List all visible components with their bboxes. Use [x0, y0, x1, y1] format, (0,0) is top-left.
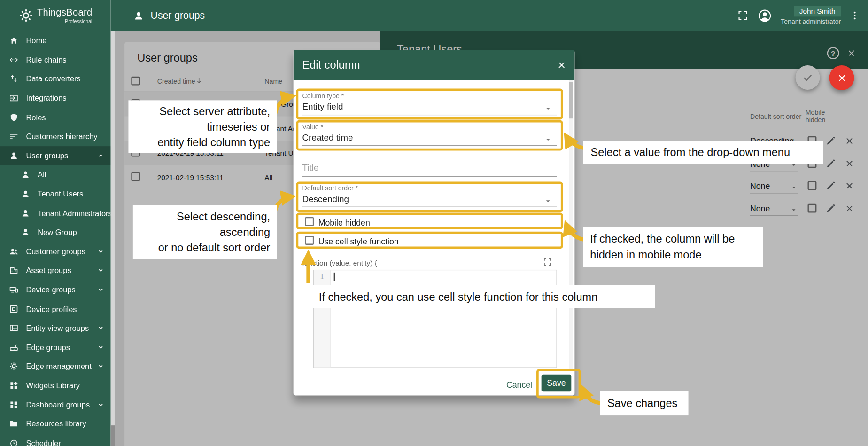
- chevron-down-icon: [96, 285, 106, 295]
- close-icon[interactable]: [556, 60, 566, 70]
- user-role: Tenant administrator: [781, 17, 841, 25]
- save-button[interactable]: Save: [542, 375, 572, 392]
- sidebar: ThingsBoard Professional Home Rule chain…: [0, 0, 111, 446]
- sidebar-scrollbar[interactable]: [111, 31, 115, 446]
- page-title: User groups: [151, 10, 205, 22]
- sidebar-item-rule-chains[interactable]: Rule chains: [0, 50, 111, 70]
- field-underline: [302, 207, 557, 207]
- chevron-down-icon: [96, 342, 106, 352]
- data-converters-icon: [9, 74, 19, 84]
- devices-icon: [9, 285, 19, 295]
- user-menu[interactable]: John Smith Tenant administrator: [781, 6, 841, 25]
- close-icon: [836, 72, 847, 84]
- title-input[interactable]: Title: [302, 163, 318, 172]
- dialog-header: Edit column: [294, 50, 575, 80]
- default-sort-order-label: Default sort order *: [302, 184, 358, 192]
- cell-style-function-editor[interactable]: 1: [313, 270, 557, 368]
- device-profiles-icon: [9, 304, 19, 314]
- sidebar-item-entity-view-groups[interactable]: Entity view groups: [0, 319, 111, 338]
- sidebar-item-edge-management[interactable]: Edge management: [0, 357, 111, 376]
- sidebar-item-device-profiles[interactable]: Device profiles: [0, 299, 111, 319]
- edit-column-dialog: Edit column Column type * Entity field V…: [294, 50, 575, 395]
- sidebar-item-resources-library[interactable]: Resources library: [0, 414, 111, 433]
- integrations-icon: [9, 93, 19, 103]
- chevron-down-icon: [96, 246, 106, 256]
- sidebar-item-dashboard-groups[interactable]: Dashboard groups: [0, 395, 111, 415]
- more-vert-icon[interactable]: [849, 10, 860, 21]
- customers-hierarchy-icon: [9, 132, 19, 141]
- chevron-down-icon: [96, 399, 106, 409]
- dialog-title: Edit column: [302, 59, 360, 71]
- value-select[interactable]: Created time: [302, 133, 353, 143]
- sidebar-nav: Home Rule chains Data converters Integra…: [0, 31, 111, 446]
- sidebar-item-roles[interactable]: Roles: [0, 108, 111, 127]
- sidebar-item-all[interactable]: All: [0, 165, 111, 184]
- user-name: John Smith: [794, 6, 841, 16]
- sidebar-item-integrations[interactable]: Integrations: [0, 88, 111, 108]
- sidebar-scrollbar-thumb[interactable]: [111, 425, 115, 446]
- chevron-down-icon: [96, 323, 106, 333]
- brand-name: ThingsBoard: [37, 7, 93, 18]
- chevron-down-icon: [96, 361, 106, 371]
- person-icon: [21, 208, 31, 218]
- person-icon: [21, 189, 31, 199]
- entity-views-icon: [9, 323, 19, 333]
- account-circle-icon[interactable]: [758, 8, 773, 23]
- fullscreen-icon[interactable]: [542, 257, 552, 267]
- topbar: User groups John Smith Tenant administra…: [111, 0, 868, 31]
- folder-icon: [9, 419, 19, 429]
- text-cursor: [334, 273, 335, 281]
- person-icon: [21, 170, 31, 180]
- mobile-hidden-checkbox-label: Mobile hidden: [318, 218, 370, 227]
- mobile-hidden-checkbox[interactable]: [305, 217, 314, 226]
- cancel-button[interactable]: Cancel: [504, 380, 535, 389]
- sidebar-item-scheduler[interactable]: Scheduler: [0, 433, 111, 446]
- home-icon: [9, 36, 19, 46]
- sidebar-item-new-group[interactable]: New Group: [0, 223, 111, 242]
- dialog-scrollbar[interactable]: [569, 80, 573, 371]
- sidebar-item-device-groups[interactable]: Device groups: [0, 280, 111, 299]
- chevron-up-icon: [96, 150, 106, 160]
- asset-icon: [9, 266, 19, 275]
- caret-down-icon[interactable]: [543, 104, 552, 113]
- dialog-scrollbar-thumb[interactable]: [569, 82, 573, 118]
- sidebar-item-asset-groups[interactable]: Asset groups: [0, 261, 111, 280]
- field-underline: [302, 115, 557, 115]
- sidebar-item-customer-groups[interactable]: Customer groups: [0, 242, 111, 261]
- sidebar-item-tenant-administrators[interactable]: Tenant Administrators: [0, 203, 111, 223]
- people-icon: [9, 246, 19, 256]
- line-number-gutter: 1: [314, 270, 330, 367]
- cancel-fab-button[interactable]: [829, 65, 854, 90]
- user-groups-icon: [133, 10, 145, 22]
- caret-down-icon[interactable]: [543, 135, 552, 144]
- widgets-icon: [9, 381, 19, 391]
- sidebar-item-tenant-users[interactable]: Tenant Users: [0, 184, 111, 203]
- default-sort-order-select[interactable]: Descending: [302, 195, 349, 204]
- dashboards-icon: [9, 399, 19, 409]
- column-type-select[interactable]: Entity field: [302, 102, 343, 112]
- sidebar-item-home[interactable]: Home: [0, 31, 111, 50]
- chevron-down-icon: [96, 266, 106, 275]
- person-icon: [21, 227, 31, 237]
- scheduler-icon: [9, 438, 19, 446]
- value-label: Value *: [302, 123, 323, 131]
- field-underline: [302, 145, 557, 146]
- use-cell-style-function-checkbox[interactable]: [305, 236, 314, 245]
- use-cell-style-function-label: Use cell style function: [318, 236, 399, 246]
- sidebar-item-widgets-library[interactable]: Widgets Library: [0, 376, 111, 395]
- screen: ThingsBoard Professional Home Rule chain…: [0, 0, 868, 446]
- fullscreen-icon[interactable]: [737, 9, 749, 22]
- edge-icon: [9, 342, 19, 352]
- person-icon: [9, 150, 19, 160]
- sidebar-item-user-groups[interactable]: User groups: [0, 146, 111, 165]
- brand-subtitle: Professional: [37, 19, 93, 24]
- cell-style-function-signature: function (value, entity) {: [302, 258, 377, 267]
- column-type-label: Column type *: [302, 92, 344, 100]
- sidebar-item-data-converters[interactable]: Data converters: [0, 70, 111, 89]
- sidebar-item-customers-hierarchy[interactable]: Customers hierarchy: [0, 127, 111, 146]
- gear-logo-icon: [18, 7, 34, 23]
- sidebar-item-edge-groups[interactable]: Edge groups: [0, 337, 111, 357]
- caret-down-icon[interactable]: [543, 196, 552, 205]
- brand-logo[interactable]: ThingsBoard Professional: [0, 0, 111, 31]
- field-underline: [302, 176, 557, 177]
